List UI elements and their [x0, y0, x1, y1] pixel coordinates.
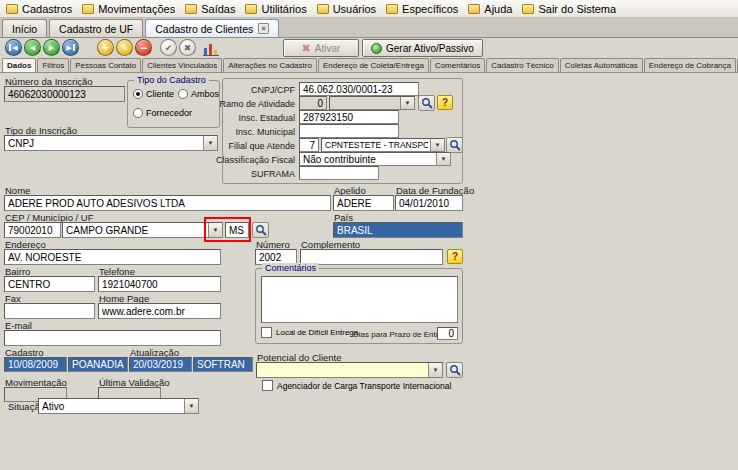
form-tab-strip: Dados Filtros Pessoas Contato Clientes V…: [0, 58, 738, 73]
form-tab-coletas-automaticas[interactable]: Coletas Automáticas: [560, 58, 643, 72]
menu-item-sair-do-sistema[interactable]: Sair do Sistema: [518, 2, 622, 16]
cancel-button[interactable]: ✖: [179, 39, 196, 56]
check-icon: ✔: [165, 43, 173, 53]
form-tab-endereco-cobranca[interactable]: Endereço de Cobrança: [644, 58, 736, 72]
chevron-down-icon[interactable]: ▼: [430, 139, 444, 151]
confirm-button[interactable]: ✔: [160, 39, 177, 56]
ramo-atividade-code-field[interactable]: 0: [299, 96, 327, 110]
edit-record-button[interactable]: ✎: [116, 39, 133, 56]
telefone-field[interactable]: 1921040700: [98, 276, 221, 292]
green-sphere-icon: [371, 43, 382, 54]
pais-field[interactable]: BRASIL: [333, 222, 463, 238]
filial-search-button[interactable]: [446, 137, 463, 153]
form-tab-filtros[interactable]: Filtros: [37, 58, 69, 72]
uf-field[interactable]: MS: [225, 222, 249, 238]
insc-estadual-label: Insc. Estadual: [238, 113, 295, 123]
comentarios-textarea[interactable]: [261, 276, 458, 323]
button-label: Gerar Ativo/Passivo: [386, 43, 474, 54]
bairro-field[interactable]: CENTRO: [4, 276, 95, 292]
tab-label: Cadastro de UF: [59, 23, 133, 35]
tipo-cadastro-group: Tipo do Cadastro Cliente Ambos Fornecedo…: [127, 80, 220, 128]
previous-record-button[interactable]: ◀: [24, 39, 41, 56]
menu-item-especificos[interactable]: Específicos: [382, 2, 464, 16]
chevron-down-icon[interactable]: ▼: [203, 136, 217, 150]
next-record-button[interactable]: ▶: [43, 39, 60, 56]
nome-field[interactable]: ADERE PROD AUTO ADESIVOS LTDA: [4, 195, 331, 211]
municipio-combo[interactable]: CAMPO GRANDE▼: [62, 222, 223, 238]
tipo-inscricao-combo[interactable]: CNPJ▼: [4, 135, 218, 151]
last-record-icon: ▶: [66, 44, 74, 51]
form-tab-alteracoes-no-cadastro[interactable]: Alterações no Cadastro: [223, 58, 317, 72]
ramo-atividade-search-button[interactable]: [418, 95, 435, 111]
menu-item-utilitarios[interactable]: Utilitários: [241, 2, 312, 16]
insc-estadual-field[interactable]: 287923150: [299, 110, 399, 124]
tab-cadastro-de-uf[interactable]: Cadastro de UF: [49, 19, 143, 37]
gerar-ativo-passivo-button[interactable]: Gerar Ativo/Passivo: [362, 39, 483, 57]
ramo-atividade-help-button[interactable]: ?: [437, 95, 453, 110]
classificacao-fiscal-combo[interactable]: Não contribuinte▼: [299, 152, 451, 166]
menu-item-ajuda[interactable]: Ajuda: [464, 2, 518, 16]
delete-record-button[interactable]: −: [135, 39, 152, 56]
menu-item-usuarios[interactable]: Usuários: [313, 2, 382, 16]
search-icon: [449, 139, 461, 151]
filial-combo[interactable]: CPNTESTETE - TRANSPORTES TRAN▼: [321, 138, 445, 152]
ativar-button[interactable]: ✖ Ativar: [283, 39, 359, 57]
form-tab-cadastro-tecnico[interactable]: Cadastro Técnico: [486, 58, 559, 72]
filial-code-field[interactable]: 7: [299, 138, 319, 152]
folder-icon: [245, 4, 257, 14]
next-record-icon: ▶: [49, 44, 54, 51]
cep-field[interactable]: 79002010: [4, 222, 61, 238]
cadastro-usuario-field: POANADIA: [68, 357, 128, 372]
dias-prazo-field[interactable]: 0: [437, 327, 458, 340]
fax-field[interactable]: [4, 303, 95, 319]
first-record-button[interactable]: ◀: [5, 39, 22, 56]
last-record-button[interactable]: ▶: [62, 39, 79, 56]
situacao-combo[interactable]: Ativo▼: [38, 398, 199, 414]
homepage-field[interactable]: www.adere.com.br: [98, 303, 221, 319]
data-fundacao-field[interactable]: 04/01/2010: [395, 195, 463, 211]
form-tab-endereco-coleta-entrega[interactable]: Endereço de Coleta/Entrega: [318, 58, 429, 72]
chevron-down-icon[interactable]: ▼: [208, 223, 222, 237]
potencial-search-button[interactable]: [446, 362, 463, 378]
chevron-down-icon[interactable]: ▼: [428, 363, 442, 377]
search-icon: [255, 224, 267, 236]
menu-label: Ajuda: [484, 3, 512, 15]
potencial-cliente-combo[interactable]: ▼: [256, 362, 443, 378]
folder-icon: [468, 4, 480, 14]
chevron-down-icon[interactable]: ▼: [400, 97, 414, 109]
agenciador-checkbox[interactable]: Agenciador de Carga Transporte Internaci…: [262, 380, 451, 391]
numero-inscricao-field[interactable]: 46062030000123: [4, 86, 125, 102]
tab-cadastro-de-clientes[interactable]: Cadastro de Clientes ✕: [145, 19, 279, 37]
form-tab-dados[interactable]: Dados: [2, 58, 36, 72]
chevron-down-icon[interactable]: ▼: [436, 153, 450, 165]
menu-label: Sair do Sistema: [538, 3, 616, 15]
form-tab-clientes-vinculados[interactable]: Clientes Vinculados: [142, 58, 222, 72]
complemento-field[interactable]: [300, 249, 443, 265]
tab-inicio[interactable]: Início: [2, 19, 47, 37]
email-field[interactable]: [4, 330, 221, 346]
radio-fornecedor[interactable]: Fornecedor: [133, 108, 192, 118]
add-record-button[interactable]: +: [97, 39, 114, 56]
menu-item-movimentacoes[interactable]: Movimentações: [78, 2, 181, 16]
chart-button[interactable]: [202, 40, 220, 56]
form-tab-comentarios[interactable]: Comentários: [430, 58, 485, 72]
ramo-atividade-combo[interactable]: ▼: [329, 96, 415, 110]
complemento-help-button[interactable]: ?: [447, 249, 463, 264]
insc-municipal-field[interactable]: [299, 124, 399, 138]
search-icon: [449, 364, 461, 376]
chevron-down-icon[interactable]: ▼: [184, 399, 198, 413]
checkbox-icon: [262, 380, 273, 391]
suframa-field[interactable]: [299, 166, 379, 180]
menu-item-saidas[interactable]: Saídas: [181, 2, 241, 16]
radio-cliente[interactable]: Cliente: [133, 89, 174, 99]
municipio-search-button[interactable]: [252, 222, 269, 238]
dificil-entrega-checkbox[interactable]: Local de Difícil Entrega: [261, 327, 358, 338]
cnpj-field[interactable]: 46.062.030/0001-23: [299, 82, 419, 96]
endereco-field[interactable]: AV. NOROESTE: [4, 249, 221, 265]
close-icon[interactable]: ✕: [258, 23, 269, 34]
menu-item-cadastros[interactable]: Cadastros: [2, 2, 78, 16]
apelido-field[interactable]: ADERE: [333, 195, 394, 211]
radio-ambos[interactable]: Ambos: [178, 89, 219, 99]
ramo-atividade-label: Ramo de Atividade: [219, 99, 295, 109]
form-tab-pessoas-contato[interactable]: Pessoas Contato: [70, 58, 141, 72]
